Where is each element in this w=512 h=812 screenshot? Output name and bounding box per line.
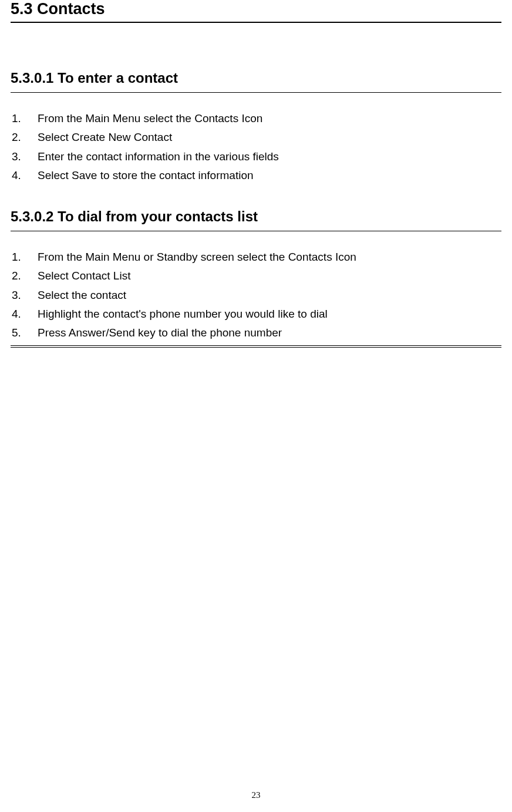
list-number: 2. (11, 267, 38, 285)
list-item: 1. From the Main Menu select the Contact… (11, 109, 501, 128)
list-number: 4. (11, 305, 38, 324)
sub-heading-2: 5.3.0.2 To dial from your contacts list (11, 208, 501, 231)
main-heading: 5.3 Contacts (11, 0, 501, 23)
list-item: 3. Select the contact (11, 286, 501, 305)
list-item: 5. Press Answer/Send key to dial the pho… (11, 324, 501, 342)
sub-heading-1: 5.3.0.1 To enter a contact (11, 70, 501, 93)
list-item: 2. Select Contact List (11, 267, 501, 285)
list-item: 3. Enter the contact information in the … (11, 147, 501, 166)
list-number: 1. (11, 248, 38, 267)
list-item: 4. Highlight the contact's phone number … (11, 305, 501, 324)
list-number: 3. (11, 286, 38, 305)
list-number: 4. (11, 166, 38, 185)
ordered-list-2: 1. From the Main Menu or Standby screen … (11, 248, 501, 342)
list-item: 1. From the Main Menu or Standby screen … (11, 248, 501, 267)
list-number: 3. (11, 147, 38, 166)
list-text: Select the contact (38, 286, 501, 305)
list-text: Select Create New Contact (38, 128, 501, 147)
section-dial-contacts: 5.3.0.2 To dial from your contacts list … (11, 208, 501, 347)
list-number: 2. (11, 128, 38, 147)
ordered-list-1: 1. From the Main Menu select the Contact… (11, 109, 501, 185)
list-number: 5. (11, 324, 38, 342)
list-text: Highlight the contact's phone number you… (38, 305, 501, 324)
list-text: Select Save to store the contact informa… (38, 166, 501, 185)
list-text: Enter the contact information in the var… (38, 147, 501, 166)
list-text: Press Answer/Send key to dial the phone … (38, 324, 501, 342)
section-enter-contact: 5.3.0.1 To enter a contact 1. From the M… (11, 70, 501, 185)
divider-double (11, 345, 501, 348)
list-text: From the Main Menu select the Contacts I… (38, 109, 501, 128)
list-text: Select Contact List (38, 267, 501, 285)
list-text: From the Main Menu or Standby screen sel… (38, 248, 501, 267)
list-item: 4. Select Save to store the contact info… (11, 166, 501, 185)
list-number: 1. (11, 109, 38, 128)
page-number: 23 (0, 790, 512, 800)
list-item: 2. Select Create New Contact (11, 128, 501, 147)
